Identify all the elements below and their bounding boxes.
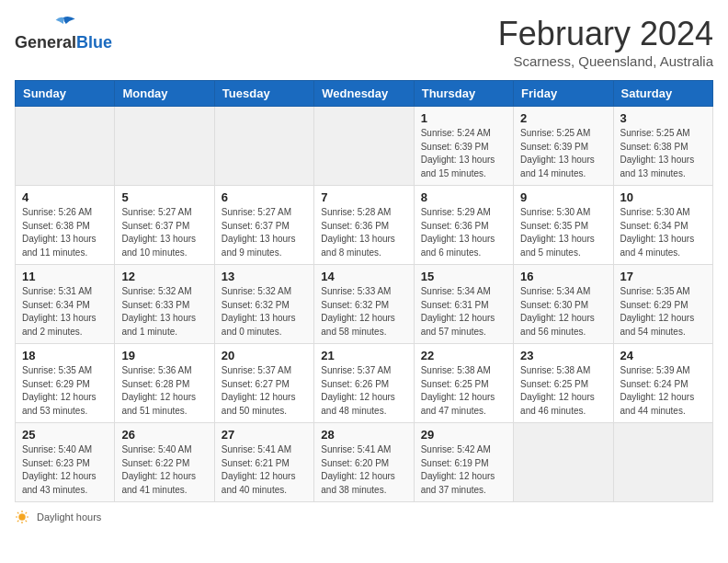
svg-point-0 (19, 514, 26, 521)
day-number: 17 (620, 270, 706, 283)
day-info: Sunrise: 5:30 AM Sunset: 6:35 PM Dayligh… (520, 206, 606, 259)
calendar-cell: 29Sunrise: 5:42 AM Sunset: 6:19 PM Dayli… (414, 423, 513, 502)
svg-line-8 (17, 521, 19, 523)
day-number: 25 (22, 428, 108, 442)
day-number: 22 (421, 349, 506, 362)
day-info: Sunrise: 5:40 AM Sunset: 6:23 PM Dayligh… (22, 443, 108, 497)
day-info: Sunrise: 5:32 AM Sunset: 6:33 PM Dayligh… (121, 285, 207, 339)
calendar-cell: 15Sunrise: 5:34 AM Sunset: 6:31 PM Dayli… (414, 265, 513, 344)
calendar-header-monday: Monday (115, 81, 214, 107)
calendar-cell: 2Sunrise: 5:25 AM Sunset: 6:39 PM Daylig… (514, 107, 613, 186)
day-number: 14 (321, 270, 406, 283)
calendar-week-row: 1Sunrise: 5:24 AM Sunset: 6:39 PM Daylig… (16, 107, 713, 186)
day-number: 5 (121, 190, 207, 204)
logo-blue-text: Blue (76, 33, 112, 52)
calendar-table: SundayMondayTuesdayWednesdayThursdayFrid… (15, 80, 713, 502)
day-info: Sunrise: 5:35 AM Sunset: 6:29 PM Dayligh… (22, 364, 108, 418)
calendar-cell: 27Sunrise: 5:41 AM Sunset: 6:21 PM Dayli… (214, 423, 313, 502)
calendar-cell: 21Sunrise: 5:37 AM Sunset: 6:26 PM Dayli… (314, 344, 414, 423)
day-number: 6 (222, 190, 307, 204)
calendar-cell (514, 423, 613, 502)
calendar-cell: 19Sunrise: 5:36 AM Sunset: 6:28 PM Dayli… (115, 344, 214, 423)
day-info: Sunrise: 5:24 AM Sunset: 6:39 PM Dayligh… (421, 127, 506, 180)
day-number: 2 (520, 111, 606, 125)
calendar-header-saturday: Saturday (613, 81, 712, 107)
day-info: Sunrise: 5:40 AM Sunset: 6:22 PM Dayligh… (121, 443, 207, 497)
day-number: 9 (520, 190, 606, 204)
page-title: February 2024 (498, 15, 713, 53)
logo-general-text: General (15, 33, 76, 52)
calendar-week-row: 25Sunrise: 5:40 AM Sunset: 6:23 PM Dayli… (16, 423, 713, 502)
day-number: 23 (520, 349, 606, 362)
calendar-week-row: 4Sunrise: 5:26 AM Sunset: 6:38 PM Daylig… (16, 186, 713, 265)
day-number: 10 (620, 190, 706, 204)
day-number: 18 (22, 349, 108, 362)
calendar-cell: 16Sunrise: 5:34 AM Sunset: 6:30 PM Dayli… (514, 265, 613, 344)
day-number: 26 (121, 428, 207, 442)
svg-line-7 (26, 512, 28, 514)
day-number: 7 (321, 190, 406, 204)
calendar-cell: 9Sunrise: 5:30 AM Sunset: 6:35 PM Daylig… (514, 186, 613, 265)
calendar-header-wednesday: Wednesday (314, 81, 414, 107)
calendar-cell: 1Sunrise: 5:24 AM Sunset: 6:39 PM Daylig… (414, 107, 513, 186)
calendar-header-tuesday: Tuesday (214, 81, 313, 107)
svg-line-5 (17, 512, 19, 514)
sun-icon (15, 510, 29, 524)
calendar-cell: 14Sunrise: 5:33 AM Sunset: 6:32 PM Dayli… (314, 265, 414, 344)
day-info: Sunrise: 5:41 AM Sunset: 6:20 PM Dayligh… (321, 443, 406, 497)
calendar-header-friday: Friday (514, 81, 613, 107)
day-info: Sunrise: 5:33 AM Sunset: 6:32 PM Dayligh… (321, 285, 406, 339)
calendar-cell: 4Sunrise: 5:26 AM Sunset: 6:38 PM Daylig… (16, 186, 115, 265)
day-number: 3 (620, 111, 706, 125)
day-number: 19 (121, 349, 207, 362)
day-number: 16 (520, 270, 606, 283)
day-number: 1 (421, 111, 506, 125)
calendar-cell: 12Sunrise: 5:32 AM Sunset: 6:33 PM Dayli… (115, 265, 214, 344)
day-number: 15 (421, 270, 506, 283)
calendar-cell: 17Sunrise: 5:35 AM Sunset: 6:29 PM Dayli… (613, 265, 712, 344)
calendar-cell (314, 107, 414, 186)
calendar-cell: 6Sunrise: 5:27 AM Sunset: 6:37 PM Daylig… (214, 186, 313, 265)
day-info: Sunrise: 5:37 AM Sunset: 6:27 PM Dayligh… (222, 364, 307, 418)
day-info: Sunrise: 5:25 AM Sunset: 6:39 PM Dayligh… (520, 127, 606, 180)
subtitle: Scarness, Queensland, Australia (498, 53, 713, 69)
calendar-header-row: SundayMondayTuesdayWednesdayThursdayFrid… (16, 81, 713, 107)
calendar-cell: 11Sunrise: 5:31 AM Sunset: 6:34 PM Dayli… (16, 265, 115, 344)
day-info: Sunrise: 5:27 AM Sunset: 6:37 PM Dayligh… (121, 206, 207, 259)
calendar-cell: 13Sunrise: 5:32 AM Sunset: 6:32 PM Dayli… (214, 265, 313, 344)
calendar-week-row: 18Sunrise: 5:35 AM Sunset: 6:29 PM Dayli… (16, 344, 713, 423)
day-number: 24 (620, 349, 706, 362)
day-info: Sunrise: 5:34 AM Sunset: 6:30 PM Dayligh… (520, 285, 606, 339)
calendar-cell: 26Sunrise: 5:40 AM Sunset: 6:22 PM Dayli… (115, 423, 214, 502)
day-number: 4 (22, 190, 108, 204)
calendar-header-sunday: Sunday (16, 81, 115, 107)
header: GeneralBlue February 2024 Scarness, Quee… (15, 15, 713, 69)
svg-line-6 (26, 521, 28, 523)
title-section: February 2024 Scarness, Queensland, Aust… (498, 15, 713, 69)
day-info: Sunrise: 5:26 AM Sunset: 6:38 PM Dayligh… (22, 206, 108, 259)
day-number: 20 (222, 349, 307, 362)
calendar-cell: 8Sunrise: 5:29 AM Sunset: 6:36 PM Daylig… (414, 186, 513, 265)
calendar-cell: 7Sunrise: 5:28 AM Sunset: 6:36 PM Daylig… (314, 186, 414, 265)
day-info: Sunrise: 5:41 AM Sunset: 6:21 PM Dayligh… (222, 443, 307, 497)
day-info: Sunrise: 5:25 AM Sunset: 6:38 PM Dayligh… (620, 127, 706, 180)
calendar-cell (613, 423, 712, 502)
day-info: Sunrise: 5:34 AM Sunset: 6:31 PM Dayligh… (421, 285, 506, 339)
calendar-cell: 20Sunrise: 5:37 AM Sunset: 6:27 PM Dayli… (214, 344, 313, 423)
calendar-cell: 5Sunrise: 5:27 AM Sunset: 6:37 PM Daylig… (115, 186, 214, 265)
calendar-cell (214, 107, 313, 186)
calendar-cell: 18Sunrise: 5:35 AM Sunset: 6:29 PM Dayli… (16, 344, 115, 423)
calendar-cell (16, 107, 115, 186)
calendar-week-row: 11Sunrise: 5:31 AM Sunset: 6:34 PM Dayli… (16, 265, 713, 344)
day-info: Sunrise: 5:39 AM Sunset: 6:24 PM Dayligh… (620, 364, 706, 418)
day-number: 13 (222, 270, 307, 283)
day-info: Sunrise: 5:30 AM Sunset: 6:34 PM Dayligh… (620, 206, 706, 259)
calendar-cell: 25Sunrise: 5:40 AM Sunset: 6:23 PM Dayli… (16, 423, 115, 502)
day-info: Sunrise: 5:37 AM Sunset: 6:26 PM Dayligh… (321, 364, 406, 418)
day-info: Sunrise: 5:28 AM Sunset: 6:36 PM Dayligh… (321, 206, 406, 259)
day-number: 21 (321, 349, 406, 362)
day-info: Sunrise: 5:35 AM Sunset: 6:29 PM Dayligh… (620, 285, 706, 339)
logo-bird-icon (51, 15, 76, 33)
day-info: Sunrise: 5:32 AM Sunset: 6:32 PM Dayligh… (222, 285, 307, 339)
calendar-cell: 10Sunrise: 5:30 AM Sunset: 6:34 PM Dayli… (613, 186, 712, 265)
